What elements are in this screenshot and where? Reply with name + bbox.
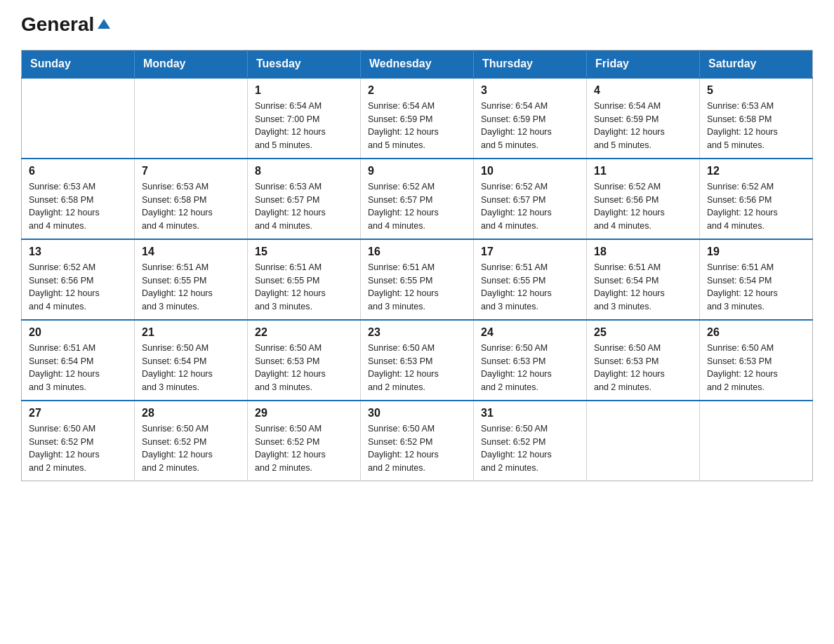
calendar-week-row: 20Sunrise: 6:51 AM Sunset: 6:54 PM Dayli… <box>22 320 813 401</box>
day-info: Sunrise: 6:54 AM Sunset: 7:00 PM Dayligh… <box>255 100 353 152</box>
day-number: 5 <box>707 84 805 97</box>
calendar-day-cell: 7Sunrise: 6:53 AM Sunset: 6:58 PM Daylig… <box>135 159 248 239</box>
day-info: Sunrise: 6:51 AM Sunset: 6:54 PM Dayligh… <box>29 342 127 394</box>
day-info: Sunrise: 6:51 AM Sunset: 6:54 PM Dayligh… <box>707 261 805 314</box>
calendar-week-row: 27Sunrise: 6:50 AM Sunset: 6:52 PM Dayli… <box>22 401 813 481</box>
calendar-day-cell: 18Sunrise: 6:51 AM Sunset: 6:54 PM Dayli… <box>587 239 700 320</box>
calendar-day-cell: 26Sunrise: 6:50 AM Sunset: 6:53 PM Dayli… <box>700 320 813 401</box>
day-number: 27 <box>29 407 127 420</box>
calendar-header-row: SundayMondayTuesdayWednesdayThursdayFrid… <box>22 50 813 78</box>
calendar-week-row: 6Sunrise: 6:53 AM Sunset: 6:58 PM Daylig… <box>22 159 813 239</box>
day-number: 21 <box>142 326 240 339</box>
day-info: Sunrise: 6:53 AM Sunset: 6:57 PM Dayligh… <box>255 180 353 233</box>
calendar-day-cell: 25Sunrise: 6:50 AM Sunset: 6:53 PM Dayli… <box>587 320 700 401</box>
day-number: 15 <box>255 246 353 258</box>
calendar-day-cell: 29Sunrise: 6:50 AM Sunset: 6:52 PM Dayli… <box>248 401 361 481</box>
weekday-header-sunday: Sunday <box>22 50 135 78</box>
day-info: Sunrise: 6:53 AM Sunset: 6:58 PM Dayligh… <box>142 180 240 233</box>
calendar-day-cell: 11Sunrise: 6:52 AM Sunset: 6:56 PM Dayli… <box>587 159 700 239</box>
day-number: 18 <box>594 246 692 258</box>
day-info: Sunrise: 6:54 AM Sunset: 6:59 PM Dayligh… <box>594 100 692 152</box>
day-info: Sunrise: 6:50 AM Sunset: 6:53 PM Dayligh… <box>255 342 353 394</box>
logo: General <box>21 14 110 36</box>
day-number: 19 <box>707 246 805 258</box>
day-number: 12 <box>707 165 805 177</box>
day-number: 6 <box>29 165 127 177</box>
day-info: Sunrise: 6:52 AM Sunset: 6:57 PM Dayligh… <box>481 180 579 233</box>
calendar-day-cell: 30Sunrise: 6:50 AM Sunset: 6:52 PM Dayli… <box>361 401 474 481</box>
day-info: Sunrise: 6:54 AM Sunset: 6:59 PM Dayligh… <box>368 100 466 152</box>
day-number: 29 <box>255 407 353 420</box>
day-info: Sunrise: 6:50 AM Sunset: 6:53 PM Dayligh… <box>594 342 692 394</box>
day-number: 16 <box>368 246 466 258</box>
calendar-day-cell: 4Sunrise: 6:54 AM Sunset: 6:59 PM Daylig… <box>587 78 700 159</box>
day-info: Sunrise: 6:50 AM Sunset: 6:54 PM Dayligh… <box>142 342 240 394</box>
day-number: 31 <box>481 407 579 420</box>
day-info: Sunrise: 6:51 AM Sunset: 6:54 PM Dayligh… <box>594 261 692 314</box>
calendar-day-cell: 17Sunrise: 6:51 AM Sunset: 6:55 PM Dayli… <box>474 239 587 320</box>
calendar-day-cell: 27Sunrise: 6:50 AM Sunset: 6:52 PM Dayli… <box>22 401 135 481</box>
calendar-day-cell: 24Sunrise: 6:50 AM Sunset: 6:53 PM Dayli… <box>474 320 587 401</box>
day-number: 23 <box>368 326 466 339</box>
day-info: Sunrise: 6:52 AM Sunset: 6:56 PM Dayligh… <box>707 180 805 233</box>
day-number: 10 <box>481 165 579 177</box>
calendar-table: SundayMondayTuesdayWednesdayThursdayFrid… <box>21 50 813 481</box>
calendar-day-cell: 31Sunrise: 6:50 AM Sunset: 6:52 PM Dayli… <box>474 401 587 481</box>
calendar-day-cell: 22Sunrise: 6:50 AM Sunset: 6:53 PM Dayli… <box>248 320 361 401</box>
day-info: Sunrise: 6:50 AM Sunset: 6:52 PM Dayligh… <box>142 422 240 475</box>
day-info: Sunrise: 6:50 AM Sunset: 6:52 PM Dayligh… <box>255 422 353 475</box>
day-info: Sunrise: 6:52 AM Sunset: 6:56 PM Dayligh… <box>594 180 692 233</box>
calendar-day-cell: 15Sunrise: 6:51 AM Sunset: 6:55 PM Dayli… <box>248 239 361 320</box>
day-info: Sunrise: 6:52 AM Sunset: 6:56 PM Dayligh… <box>29 261 127 314</box>
calendar-day-cell: 9Sunrise: 6:52 AM Sunset: 6:57 PM Daylig… <box>361 159 474 239</box>
day-number: 3 <box>481 84 579 97</box>
calendar-week-row: 13Sunrise: 6:52 AM Sunset: 6:56 PM Dayli… <box>22 239 813 320</box>
weekday-header-wednesday: Wednesday <box>361 50 474 78</box>
calendar-day-cell: 10Sunrise: 6:52 AM Sunset: 6:57 PM Dayli… <box>474 159 587 239</box>
calendar-day-cell <box>22 78 135 159</box>
day-info: Sunrise: 6:50 AM Sunset: 6:53 PM Dayligh… <box>707 342 805 394</box>
calendar-day-cell: 19Sunrise: 6:51 AM Sunset: 6:54 PM Dayli… <box>700 239 813 320</box>
logo-general-text: General <box>21 14 94 36</box>
day-info: Sunrise: 6:50 AM Sunset: 6:52 PM Dayligh… <box>368 422 466 475</box>
day-info: Sunrise: 6:51 AM Sunset: 6:55 PM Dayligh… <box>142 261 240 314</box>
calendar-day-cell: 3Sunrise: 6:54 AM Sunset: 6:59 PM Daylig… <box>474 78 587 159</box>
day-info: Sunrise: 6:53 AM Sunset: 6:58 PM Dayligh… <box>29 180 127 233</box>
page-header: General <box>21 14 813 36</box>
day-number: 9 <box>368 165 466 177</box>
day-info: Sunrise: 6:50 AM Sunset: 6:52 PM Dayligh… <box>481 422 579 475</box>
calendar-day-cell: 14Sunrise: 6:51 AM Sunset: 6:55 PM Dayli… <box>135 239 248 320</box>
day-number: 8 <box>255 165 353 177</box>
day-info: Sunrise: 6:51 AM Sunset: 6:55 PM Dayligh… <box>255 261 353 314</box>
day-number: 30 <box>368 407 466 420</box>
svg-marker-0 <box>98 19 110 29</box>
day-number: 24 <box>481 326 579 339</box>
day-info: Sunrise: 6:53 AM Sunset: 6:58 PM Dayligh… <box>707 100 805 152</box>
calendar-day-cell: 12Sunrise: 6:52 AM Sunset: 6:56 PM Dayli… <box>700 159 813 239</box>
weekday-header-friday: Friday <box>587 50 700 78</box>
calendar-week-row: 1Sunrise: 6:54 AM Sunset: 7:00 PM Daylig… <box>22 78 813 159</box>
day-info: Sunrise: 6:52 AM Sunset: 6:57 PM Dayligh… <box>368 180 466 233</box>
day-number: 26 <box>707 326 805 339</box>
day-number: 22 <box>255 326 353 339</box>
day-number: 28 <box>142 407 240 420</box>
day-number: 7 <box>142 165 240 177</box>
day-info: Sunrise: 6:54 AM Sunset: 6:59 PM Dayligh… <box>481 100 579 152</box>
day-number: 4 <box>594 84 692 97</box>
calendar-day-cell: 23Sunrise: 6:50 AM Sunset: 6:53 PM Dayli… <box>361 320 474 401</box>
weekday-header-monday: Monday <box>135 50 248 78</box>
calendar-day-cell <box>587 401 700 481</box>
calendar-day-cell: 21Sunrise: 6:50 AM Sunset: 6:54 PM Dayli… <box>135 320 248 401</box>
weekday-header-saturday: Saturday <box>700 50 813 78</box>
calendar-day-cell: 20Sunrise: 6:51 AM Sunset: 6:54 PM Dayli… <box>22 320 135 401</box>
day-number: 13 <box>29 246 127 258</box>
weekday-header-thursday: Thursday <box>474 50 587 78</box>
day-number: 25 <box>594 326 692 339</box>
calendar-day-cell: 5Sunrise: 6:53 AM Sunset: 6:58 PM Daylig… <box>700 78 813 159</box>
logo-triangle-icon <box>98 18 110 33</box>
calendar-day-cell: 28Sunrise: 6:50 AM Sunset: 6:52 PM Dayli… <box>135 401 248 481</box>
weekday-header-tuesday: Tuesday <box>248 50 361 78</box>
day-info: Sunrise: 6:51 AM Sunset: 6:55 PM Dayligh… <box>368 261 466 314</box>
calendar-day-cell <box>135 78 248 159</box>
calendar-day-cell: 16Sunrise: 6:51 AM Sunset: 6:55 PM Dayli… <box>361 239 474 320</box>
